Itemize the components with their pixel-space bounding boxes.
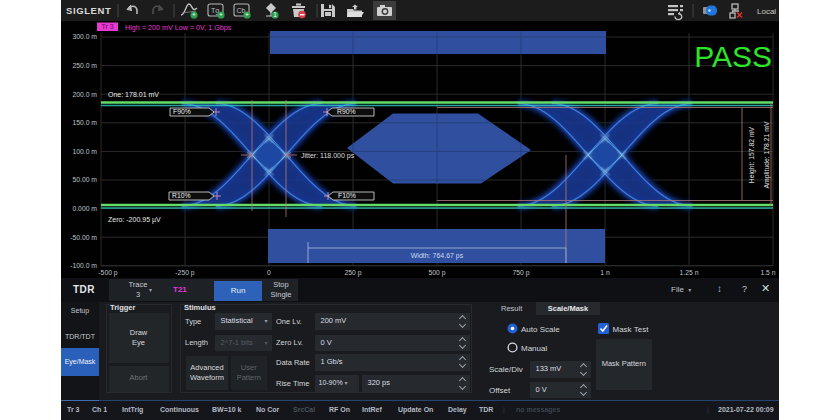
svg-text:1.25 n: 1.25 n xyxy=(680,269,699,276)
svg-text:250.0 m: 250.0 m xyxy=(72,62,97,69)
svg-text:-250 p: -250 p xyxy=(175,269,194,277)
svg-text:One: 178.01 mV: One: 178.01 mV xyxy=(108,91,159,98)
svg-text:+: + xyxy=(219,11,223,18)
svg-text:+: + xyxy=(192,11,196,18)
svg-text:1: 1 xyxy=(273,11,277,18)
svg-text:200.0 m: 200.0 m xyxy=(72,91,97,98)
svg-text:300.0 m: 300.0 m xyxy=(72,33,97,40)
svg-text:0.000 m: 0.000 m xyxy=(72,205,97,212)
svg-text:100.0 m: 100.0 m xyxy=(72,148,97,155)
svg-text:Height: 157.82 mV: Height: 157.82 mV xyxy=(748,126,756,183)
svg-text:Tr 3: Tr 3 xyxy=(102,23,114,30)
svg-text:0: 0 xyxy=(267,269,271,276)
svg-text:PASS: PASS xyxy=(694,40,772,73)
svg-text:1 n: 1 n xyxy=(600,269,610,276)
svg-text:-50.00 m: -50.00 m xyxy=(70,234,97,241)
svg-text:Local: Local xyxy=(757,7,776,16)
svg-text:Amplitude: 178.21 mV: Amplitude: 178.21 mV xyxy=(763,121,771,188)
svg-text:+: + xyxy=(245,11,249,18)
svg-text:50.00 m: 50.00 m xyxy=(72,176,97,183)
svg-text:-100.0 m: -100.0 m xyxy=(70,262,97,269)
svg-text:-500 p: -500 p xyxy=(98,269,117,277)
svg-text:750 p: 750 p xyxy=(512,269,529,277)
svg-text:High = 200 mV Low = 0V, 1 Gb: High = 200 mV Low = 0V, 1 Gbps xyxy=(125,23,232,32)
svg-text:F90%: F90% xyxy=(173,108,191,115)
svg-text:R90%: R90% xyxy=(337,108,356,115)
svg-text:150.0 m: 150.0 m xyxy=(72,119,97,126)
svg-text:R10%: R10% xyxy=(172,192,191,199)
svg-text:Jitter: 118.000 ps: Jitter: 118.000 ps xyxy=(301,152,355,160)
svg-text:Width: 764.67 ps: Width: 764.67 ps xyxy=(411,252,464,260)
svg-text:SIGLENT: SIGLENT xyxy=(66,5,111,16)
svg-text:F10%: F10% xyxy=(338,192,356,199)
svg-text:250 p: 250 p xyxy=(344,269,361,277)
svg-text:Zero: -200.95 µV: Zero: -200.95 µV xyxy=(108,216,161,224)
svg-text:1.5 n: 1.5 n xyxy=(760,269,775,276)
svg-text:500 p: 500 p xyxy=(428,269,445,277)
